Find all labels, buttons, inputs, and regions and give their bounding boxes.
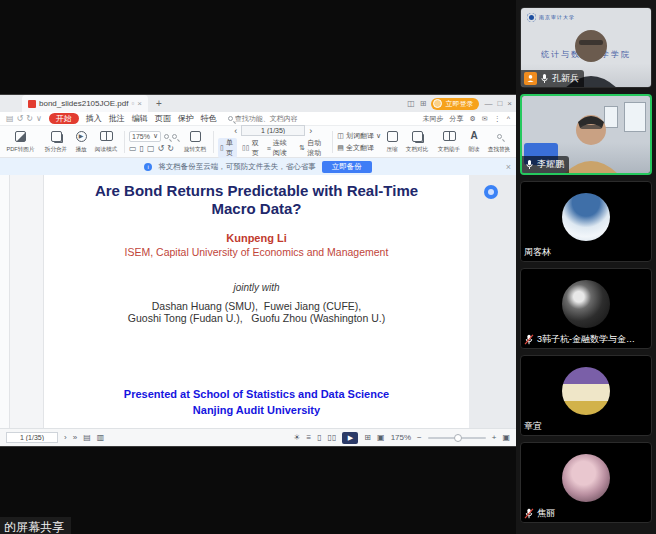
participant-tile[interactable]: 周客林 xyxy=(520,181,652,262)
doc-compare-button[interactable]: 文档对比 xyxy=(403,130,431,154)
save-icon[interactable]: ▤ xyxy=(6,114,14,123)
chevron-down-icon[interactable]: ∨ xyxy=(36,114,42,123)
fullscreen-icon[interactable]: ▣ xyxy=(502,433,510,442)
zoom-in-icon[interactable] xyxy=(172,134,177,139)
menu-annotate[interactable]: 批注 xyxy=(109,113,125,124)
zoom-slider[interactable] xyxy=(428,437,486,439)
page-number-input[interactable] xyxy=(241,125,305,136)
pdf-to-image-button[interactable]: PDF转图片 xyxy=(3,130,38,154)
single-page-mode[interactable]: ▯单页 xyxy=(218,138,237,158)
participant-tile[interactable]: 章宜 xyxy=(520,355,652,436)
document-canvas[interactable]: Are Bond Returns Predictable with Real-T… xyxy=(0,175,516,428)
more-icon[interactable]: ⋮ xyxy=(494,115,501,123)
pdf-menu-bar: ▤ ↺ ↻ ∨ 开始 插入 批注 编辑 页面 保护 特色 未同步 分享 xyxy=(0,112,516,126)
backup-now-button[interactable]: 立即备份 xyxy=(322,161,372,173)
double-page-mode[interactable]: ▯▯双页 xyxy=(240,138,262,158)
compare-icon xyxy=(412,130,423,143)
split-merge-button[interactable]: 拆分合并 xyxy=(42,130,70,154)
banner-text: 将文档备份至云端，可预防文件丢失，省心省事 xyxy=(158,162,316,172)
find-replace-button[interactable]: 查找替换 xyxy=(485,130,513,154)
auto-scroll-mode[interactable]: ⇅自动滚动 xyxy=(297,138,328,158)
search-input[interactable] xyxy=(235,115,313,122)
participant-name: 焦丽 xyxy=(537,507,555,520)
zoom-out-icon[interactable] xyxy=(164,134,169,139)
panel-toggle-icon[interactable]: ▤ xyxy=(83,433,91,442)
gear-icon[interactable]: ⚙ xyxy=(470,115,476,123)
notes-panel-icon[interactable]: ▥ xyxy=(97,433,105,442)
split-merge-icon xyxy=(51,130,62,143)
search-box[interactable] xyxy=(228,115,313,122)
status-page-input[interactable] xyxy=(6,432,58,443)
zoom-out-button[interactable]: − xyxy=(417,433,422,442)
screen-share-banner: 的屏幕共享 xyxy=(0,517,71,534)
word-translate-button[interactable]: ◫划词翻译∨ xyxy=(337,131,381,141)
slideshow-play-button[interactable]: ▶ xyxy=(342,432,358,444)
rotate-left-icon[interactable]: ↺ xyxy=(158,144,165,153)
fit-page-icon[interactable]: ▣ xyxy=(377,433,385,442)
participant-name-chip: 3韩子杭-金融数学与金… xyxy=(521,331,640,348)
tab-bar-spacer xyxy=(170,95,407,112)
play-slideshow-button[interactable]: ▶ 播放 xyxy=(74,130,88,154)
participant-tile[interactable]: 南京审计大学 统计与数据科学学院 孔新兵 xyxy=(520,7,652,88)
translate-cluster: ◫划词翻译∨ ▤全文翻译 xyxy=(337,131,381,153)
read-mode-button[interactable]: 阅读模式 xyxy=(92,130,120,154)
thumbnail-panel-rail[interactable] xyxy=(0,175,10,428)
background-theme-icon[interactable]: ☀ xyxy=(293,433,300,442)
menu-page[interactable]: 页面 xyxy=(155,113,171,124)
collapse-ribbon-icon[interactable]: ^ xyxy=(507,115,510,122)
maximize-button[interactable]: □ xyxy=(497,100,502,108)
status-zoom-level[interactable]: 175% xyxy=(391,433,411,442)
document-tab[interactable]: bond_slides2105JOE.pdf ▫ × xyxy=(22,95,148,112)
redo-icon[interactable]: ↻ xyxy=(26,114,33,123)
share-button[interactable]: 分享 xyxy=(450,114,464,124)
menu-edit[interactable]: 编辑 xyxy=(132,113,148,124)
menu-home[interactable]: 开始 xyxy=(49,113,79,124)
fit-width-icon[interactable]: ▭ xyxy=(129,144,137,153)
close-button[interactable]: × xyxy=(507,100,512,108)
zoom-in-button[interactable]: + xyxy=(492,433,497,442)
previous-page-icon[interactable]: ‹ xyxy=(234,126,237,136)
hand-tool-icon[interactable]: ≡ xyxy=(306,433,311,442)
search-icon xyxy=(228,116,233,121)
minimize-button[interactable]: — xyxy=(484,100,492,108)
cloud-sync-status[interactable]: 未同步 xyxy=(423,114,444,124)
fit-height-icon[interactable]: ▯ xyxy=(140,144,144,153)
last-page-icon[interactable]: » xyxy=(73,433,77,442)
doc-assistant-button[interactable]: 文档助手 xyxy=(435,130,463,154)
grid-icon[interactable]: ⊞ xyxy=(364,433,371,442)
single-page-icon[interactable]: ▯ xyxy=(317,433,321,442)
participant-tile[interactable]: 焦丽 xyxy=(520,442,652,523)
zoom-select[interactable]: 175% ∨ xyxy=(129,131,161,142)
assistant-floating-button[interactable] xyxy=(484,185,498,199)
read-aloud-button[interactable]: A 朗读 xyxy=(467,130,481,154)
tab-close-icon[interactable]: × xyxy=(137,99,142,108)
next-page-icon[interactable]: › xyxy=(309,126,312,136)
participant-tile[interactable]: 李耀鹏 xyxy=(520,94,652,175)
fit-page-icon[interactable]: ▢ xyxy=(147,144,155,153)
grid-view-icon[interactable]: ⊞ xyxy=(420,100,427,108)
banner-close-icon[interactable]: × xyxy=(506,162,511,172)
new-tab-button[interactable]: + xyxy=(148,95,170,112)
menu-features[interactable]: 特色 xyxy=(201,113,217,124)
rotate-document-button[interactable]: 旋转文档 xyxy=(181,130,209,154)
account-toolbar: 未同步 分享 ⚙ ✉ ⋮ ^ xyxy=(423,114,510,124)
page-navigation-cluster: ‹ › ▯单页 ▯▯双页 ≡连续阅读 ⇅自动滚动 xyxy=(218,125,328,158)
avatar xyxy=(562,367,610,415)
menu-insert[interactable]: 插入 xyxy=(86,113,102,124)
full-translate-button[interactable]: ▤全文翻译 xyxy=(337,143,381,153)
next-page-icon[interactable]: › xyxy=(64,433,67,442)
undo-icon[interactable]: ↺ xyxy=(17,114,24,123)
double-page-icon[interactable]: ▯▯ xyxy=(328,433,337,442)
feedback-icon[interactable]: ✉ xyxy=(482,115,488,123)
zoom-slider-knob[interactable] xyxy=(454,434,462,442)
menu-protect[interactable]: 保护 xyxy=(178,113,194,124)
assistant-icon xyxy=(443,130,456,143)
participant-tile[interactable]: 3韩子杭-金融数学与金… xyxy=(520,268,652,349)
find-replace-icon xyxy=(497,130,502,143)
rotate-right-icon[interactable]: ↻ xyxy=(167,144,174,153)
login-button[interactable]: 立即登录 xyxy=(431,98,479,110)
compress-button[interactable]: 压缩 xyxy=(385,130,399,154)
continuous-mode[interactable]: ≡连续阅读 xyxy=(265,138,295,158)
tab-pin-icon[interactable]: ▫ xyxy=(131,99,134,108)
layout-mode-icon[interactable]: ◫ xyxy=(407,100,415,108)
